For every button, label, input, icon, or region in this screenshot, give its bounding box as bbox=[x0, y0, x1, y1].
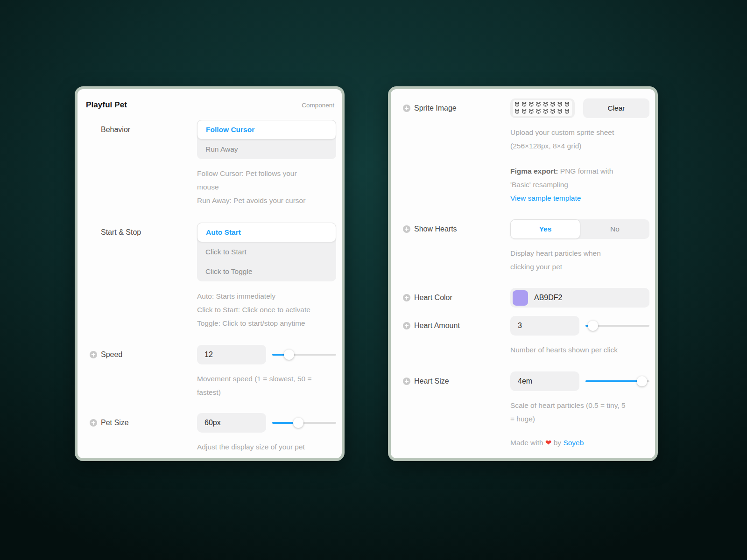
panel-header: Playful Pet Component bbox=[85, 89, 336, 112]
heart-amount-input[interactable]: 3 bbox=[510, 316, 579, 336]
plus-circle-icon bbox=[403, 294, 410, 301]
panel-content: Playful Pet Component Behavior Follow Cu… bbox=[78, 89, 342, 458]
plus-circle-icon bbox=[403, 378, 410, 385]
heart-size-description: Scale of heart particles (0.5 = tiny, 5 … bbox=[510, 399, 649, 426]
heart-amount-desc-line: Number of hearts shown per click bbox=[510, 343, 649, 357]
figma-export-bold: Figma export: bbox=[510, 167, 558, 175]
heart-amount-label-wrap: Heart Amount bbox=[398, 316, 510, 357]
sprite-export-note: Figma export: PNG format with 'Basic' re… bbox=[510, 164, 649, 205]
credit-line: Made with ❤ by Soyeb bbox=[510, 438, 649, 447]
speed-label: Speed bbox=[101, 350, 122, 359]
heart-size-desc-line: Scale of heart particles (0.5 = tiny, 5 bbox=[510, 399, 649, 412]
slider-thumb[interactable] bbox=[284, 350, 294, 360]
speed-desc-line: fastest) bbox=[197, 385, 336, 399]
pet-size-label: Pet Size bbox=[101, 418, 129, 427]
pet-size-desc-line: Adjust the display size of your pet bbox=[197, 440, 336, 454]
plus-circle-icon bbox=[403, 225, 410, 233]
plus-circle-icon bbox=[403, 105, 410, 112]
show-hearts-desc-line: clicking your pet bbox=[510, 260, 649, 273]
plus-circle-icon bbox=[90, 419, 97, 427]
pet-size-slider[interactable] bbox=[272, 418, 336, 428]
heart-amount-section: Heart Amount 3 Number of hearts shown pe… bbox=[398, 316, 649, 357]
start-stop-desc-line: Click to Start: Click once to activate bbox=[197, 303, 336, 316]
hearts-settings-panel: Sprite Image bbox=[388, 86, 658, 461]
start-stop-option-click-to-toggle[interactable]: Click to Toggle bbox=[197, 262, 336, 281]
pet-size-section: Pet Size 60px Adjust the display size of… bbox=[85, 413, 336, 454]
sprite-note-line: 'Basic' resampling bbox=[510, 178, 649, 191]
heart-size-section: Heart Size 4em Scale of heart particles … bbox=[398, 371, 649, 426]
heart-color-label: Heart Color bbox=[414, 293, 452, 302]
start-stop-desc-line: Toggle: Click to start/stop anytime bbox=[197, 316, 336, 330]
behavior-desc-line: Follow Cursor: Pet follows your bbox=[197, 167, 336, 180]
heart-size-label-wrap: Heart Size bbox=[398, 371, 510, 426]
heart-size-slider[interactable] bbox=[585, 376, 649, 386]
clear-button[interactable]: Clear bbox=[583, 98, 649, 118]
start-stop-desc-line: Auto: Starts immediately bbox=[197, 289, 336, 303]
sprite-image-section: Sprite Image bbox=[398, 98, 649, 205]
heart-color-field[interactable]: AB9DF2 bbox=[510, 288, 649, 308]
show-hearts-desc-line: Display heart particles when bbox=[510, 246, 649, 260]
show-hearts-option-yes[interactable]: Yes bbox=[510, 219, 580, 239]
view-sample-template-link[interactable]: View sample template bbox=[510, 194, 581, 202]
heart-amount-label: Heart Amount bbox=[414, 321, 460, 330]
start-stop-label-wrap: Start & Stop bbox=[85, 223, 197, 330]
speed-slider[interactable] bbox=[272, 350, 336, 360]
slider-thumb[interactable] bbox=[588, 321, 598, 331]
heart-amount-description: Number of hearts shown per click bbox=[510, 343, 649, 357]
heart-color-swatch[interactable] bbox=[513, 290, 528, 306]
speed-input[interactable]: 12 bbox=[197, 345, 266, 364]
heart-color-label-wrap: Heart Color bbox=[398, 288, 510, 308]
heart-size-input[interactable]: 4em bbox=[510, 371, 579, 391]
show-hearts-description: Display heart particles when clicking yo… bbox=[510, 246, 649, 273]
show-hearts-section: Show Hearts Yes No Display heart particl… bbox=[398, 219, 649, 273]
heart-amount-slider[interactable] bbox=[585, 321, 649, 331]
sprite-note-line: Figma export: PNG format with bbox=[510, 164, 649, 178]
behavior-option-list: Follow Cursor Run Away bbox=[197, 120, 336, 159]
author-link[interactable]: Soyeb bbox=[563, 439, 584, 447]
behavior-option-run-away[interactable]: Run Away bbox=[197, 140, 336, 159]
behavior-desc-line: Run Away: Pet avoids your cursor bbox=[197, 194, 336, 207]
figma-export-rest: PNG format with bbox=[558, 167, 613, 175]
pet-size-label-wrap: Pet Size bbox=[85, 413, 197, 454]
show-hearts-label-wrap: Show Hearts bbox=[398, 219, 510, 273]
speed-description: Movement speed (1 = slowest, 50 = fastes… bbox=[197, 372, 336, 399]
slider-thumb[interactable] bbox=[293, 418, 303, 428]
sprite-image-label-wrap: Sprite Image bbox=[398, 98, 510, 205]
slider-thumb[interactable] bbox=[637, 376, 647, 386]
cat-sprite-grid-icon bbox=[514, 101, 571, 116]
slider-fill bbox=[585, 380, 642, 382]
start-stop-option-click-to-start[interactable]: Click to Start bbox=[197, 242, 336, 262]
show-hearts-option-no[interactable]: No bbox=[580, 219, 649, 239]
sprite-sheet-thumbnail[interactable] bbox=[510, 98, 575, 118]
sprite-desc-line: (256×128px, 8×4 grid) bbox=[510, 139, 649, 153]
start-stop-description: Auto: Starts immediately Click to Start:… bbox=[197, 289, 336, 330]
behavior-label-wrap: Behavior bbox=[85, 120, 197, 207]
heart-color-section: Heart Color AB9DF2 bbox=[398, 288, 649, 308]
footer-spacer bbox=[398, 426, 510, 447]
panel-content: Sprite Image bbox=[391, 98, 655, 468]
start-stop-option-list: Auto Start Click to Start Click to Toggl… bbox=[197, 223, 336, 281]
credit-prefix: Made with bbox=[510, 439, 543, 447]
pet-size-description: Adjust the display size of your pet bbox=[197, 440, 336, 454]
heart-icon: ❤ bbox=[545, 439, 551, 447]
behavior-description: Follow Cursor: Pet follows your mouse Ru… bbox=[197, 167, 336, 207]
component-badge: Component bbox=[302, 102, 334, 109]
sprite-sheet-image bbox=[513, 100, 572, 116]
plus-circle-icon bbox=[403, 322, 410, 329]
speed-section: Speed 12 Movement speed (1 = slowest, 50… bbox=[85, 345, 336, 399]
footer-section: Made with ❤ by Soyeb bbox=[398, 426, 649, 447]
page-title: Playful Pet bbox=[86, 100, 127, 110]
start-stop-option-auto-start[interactable]: Auto Start bbox=[197, 223, 336, 242]
pet-size-input[interactable]: 60px bbox=[197, 413, 266, 433]
heart-size-desc-line: = huge) bbox=[510, 412, 649, 426]
heart-size-label: Heart Size bbox=[414, 377, 449, 386]
heart-color-value: AB9DF2 bbox=[534, 294, 562, 302]
start-stop-label: Start & Stop bbox=[101, 228, 141, 237]
credit-middle: by bbox=[554, 439, 561, 447]
behavior-option-follow-cursor[interactable]: Follow Cursor bbox=[197, 120, 336, 140]
behavior-desc-line: mouse bbox=[197, 180, 336, 194]
speed-desc-line: Movement speed (1 = slowest, 50 = bbox=[197, 372, 336, 385]
plus-circle-icon bbox=[90, 351, 97, 358]
sprite-image-label: Sprite Image bbox=[414, 104, 457, 113]
behavior-label: Behavior bbox=[101, 125, 130, 134]
